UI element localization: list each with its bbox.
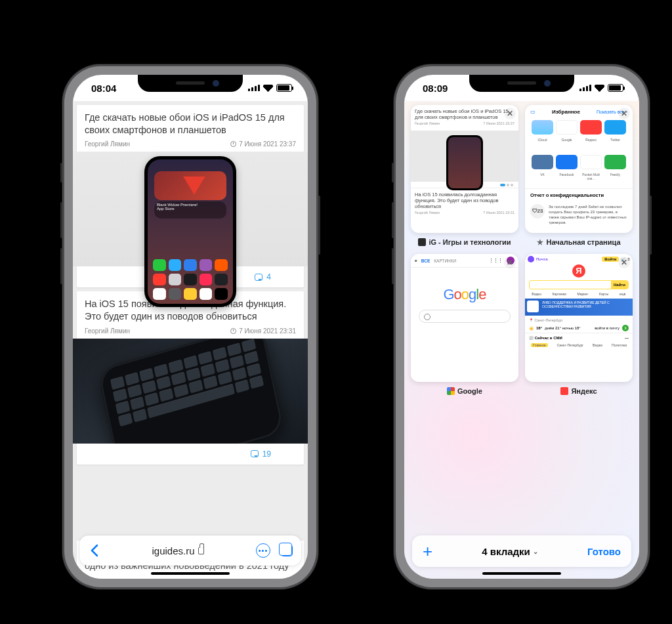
lock-icon [198,547,204,554]
tab-thumbnail-ig[interactable]: ✕ Где скачать новые обои iOS и iPadOS 15… [411,105,518,233]
article-date: 7 Июня 2021 23:37 [239,140,296,148]
wifi-icon [595,85,604,92]
tabs-icon [281,545,293,556]
ellipsis-circle-icon: ••• [256,543,270,558]
done-button[interactable]: Готово [587,546,621,557]
chevron-left-icon [90,544,99,557]
comments-button[interactable]: 19 [77,444,304,465]
tab-thumbnail-yandex[interactable]: ✕ ПочтаВойти🛒≡ Я Найти ВидеоКартинкиМарк… [525,254,633,382]
tab-view-toolbar: + 4 вкладки ⌄ Готово [412,535,631,567]
shield-icon: 🛡23 [530,204,545,218]
close-tab-button[interactable]: ✕ [618,257,630,268]
tab-thumbnail-google[interactable]: ✕ ≡ВСЕКАРТИНКИ⋮⋮⋮ Google [411,254,518,382]
page-actions-button[interactable]: ••• [251,539,275,562]
battery-icon [608,84,623,92]
close-tab-button[interactable]: ✕ [618,108,630,119]
tab-title: Google [457,387,482,395]
address-bar[interactable]: iguides.ru ••• [79,535,301,566]
comment-count: 19 [262,449,271,459]
book-icon: ▭ [530,109,536,115]
tab-title: Начальная страница [546,238,620,246]
close-tab-button[interactable]: ✕ [504,108,516,119]
google-logo: Google [411,286,518,303]
close-tab-button[interactable]: ✕ [504,257,516,268]
home-indicator[interactable] [482,572,561,575]
back-button[interactable] [85,541,104,560]
comment-count: 4 [266,272,271,281]
favicon-icon [418,238,426,246]
clock-icon [230,141,236,147]
article-card[interactable]: На iOS 15 появилась долгожданная функция… [77,291,304,464]
home-indicator[interactable] [151,572,230,575]
favicon-icon [447,387,455,395]
battery-icon [276,84,292,92]
notch [138,75,243,92]
tab-title: iG - Игры и технологии [429,238,511,246]
status-time: 08:04 [91,83,116,94]
article-card[interactable]: Где скачать новые обои iOS и iPadOS 15 д… [77,105,304,287]
address-url: iguides.ru [152,545,194,556]
status-time: 08:09 [423,83,448,94]
comment-icon [255,274,262,281]
article-hero-image [73,339,308,444]
favicon-icon [560,387,568,395]
article-hero-image: Black Widow Premiere!App Store [73,152,308,266]
article-author: Георгий Лямин [85,327,130,335]
comment-icon [251,450,259,457]
search-input [419,310,511,323]
tab-thumbnail-start-page[interactable]: ✕ ▭ Избранное Показать все › iCloudGoogl… [525,105,633,233]
article-date: 7 Июня 2021 23:31 [239,327,296,335]
new-tab-button[interactable]: + [423,541,432,562]
yandex-logo: Я [572,264,585,278]
tabs-button[interactable] [275,539,299,562]
cellular-icon [248,85,260,91]
article-author: Георгий Лямин [85,140,130,148]
article-title: Где скачать новые обои iOS и iPadOS 15 д… [85,112,296,136]
notch [469,75,574,92]
wifi-icon [263,85,273,92]
cellular-icon [579,85,591,91]
star-icon: ★ [537,238,543,247]
tab-title: Яндекс [571,387,597,395]
tab-count-button[interactable]: 4 вкладки ⌄ [482,546,538,557]
clock-icon [230,328,236,334]
chevron-down-icon: ⌄ [533,548,538,555]
